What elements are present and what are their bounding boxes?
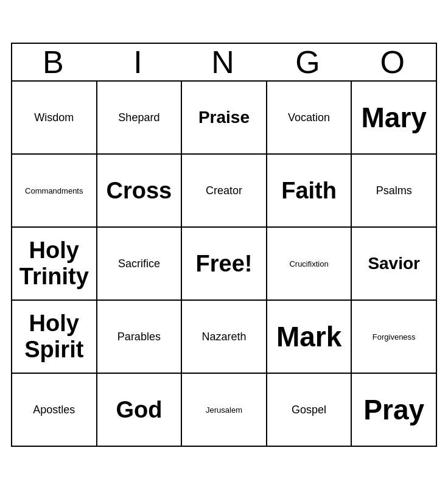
table-row: ApostlesGodJerusalemGospelPray (12, 373, 436, 446)
table-row: HolyTrinitySacrificeFree!CrucifixtionSav… (12, 227, 436, 300)
cell-text-2-2: Free! (196, 251, 253, 276)
cell-2-2: Free! (181, 227, 267, 300)
header-b: B (12, 43, 97, 81)
cell-text-0-4: Mary (361, 102, 426, 133)
cell-3-3: Mark (267, 300, 352, 373)
cell-text-4-2: Jerusalem (206, 405, 242, 415)
cell-text-0-1: Shepard (118, 111, 159, 124)
cell-1-2: Creator (181, 154, 267, 227)
cell-4-0: Apostles (12, 373, 97, 446)
cell-text-2-3: Crucifixtion (289, 259, 328, 268)
cell-text-3-0: HolySpirit (24, 310, 83, 362)
cell-text-2-4: Savior (368, 254, 420, 273)
cell-2-3: Crucifixtion (267, 227, 352, 300)
cell-3-2: Nazareth (181, 300, 267, 373)
cell-text-2-0: HolyTrinity (19, 237, 89, 289)
cell-1-3: Faith (267, 154, 352, 227)
cell-4-3: Gospel (267, 373, 352, 446)
header-row: B I N G O (12, 43, 436, 81)
cell-text-0-0: Wisdom (34, 111, 74, 124)
header-i: I (97, 43, 182, 81)
cell-0-3: Vocation (267, 81, 352, 154)
cell-4-2: Jerusalem (181, 373, 267, 446)
cell-text-3-4: Forgiveness (373, 332, 416, 342)
cell-text-1-4: Psalms (376, 184, 412, 197)
cell-text-3-2: Nazareth (201, 331, 246, 343)
cell-0-0: Wisdom (12, 81, 97, 154)
cell-4-4: Pray (351, 373, 436, 446)
cell-3-1: Parables (97, 300, 182, 373)
cell-1-4: Psalms (351, 154, 436, 227)
cell-1-1: Cross (97, 154, 182, 227)
bingo-grid: B I N G O WisdomShepardPraiseVocationMar… (11, 43, 437, 447)
cell-text-4-0: Apostles (33, 404, 75, 416)
header-o: O (351, 43, 436, 81)
cell-text-0-3: Vocation (288, 111, 330, 124)
table-row: WisdomShepardPraiseVocationMary (12, 81, 436, 154)
cell-text-3-3: Mark (276, 321, 341, 352)
cell-text-4-3: Gospel (292, 404, 326, 416)
cell-0-2: Praise (181, 81, 267, 154)
table-row: CommandmentsCrossCreatorFaithPsalms (12, 154, 436, 227)
header-g: G (267, 43, 352, 81)
cell-2-0: HolyTrinity (12, 227, 97, 300)
cell-0-4: Mary (351, 81, 436, 154)
cell-text-1-2: Creator (206, 184, 242, 197)
cell-0-1: Shepard (97, 81, 182, 154)
cell-2-1: Sacrifice (97, 227, 182, 300)
cell-1-0: Commandments (12, 154, 97, 227)
cell-4-1: God (97, 373, 182, 446)
table-row: HolySpiritParablesNazarethMarkForgivenes… (12, 300, 436, 373)
cell-text-1-1: Cross (107, 178, 172, 203)
cell-3-4: Forgiveness (351, 300, 436, 373)
header-n: N (181, 43, 267, 81)
cell-text-3-1: Parables (117, 331, 161, 343)
cell-2-4: Savior (351, 227, 436, 300)
cell-3-0: HolySpirit (12, 300, 97, 373)
cell-text-0-2: Praise (198, 108, 250, 127)
cell-text-1-0: Commandments (25, 186, 83, 195)
cell-text-2-1: Sacrifice (118, 258, 160, 270)
cell-text-4-1: God (116, 397, 162, 422)
cell-text-1-3: Faith (281, 178, 337, 203)
cell-text-4-4: Pray (363, 394, 424, 426)
bingo-card: B I N G O WisdomShepardPraiseVocationMar… (11, 40, 437, 447)
